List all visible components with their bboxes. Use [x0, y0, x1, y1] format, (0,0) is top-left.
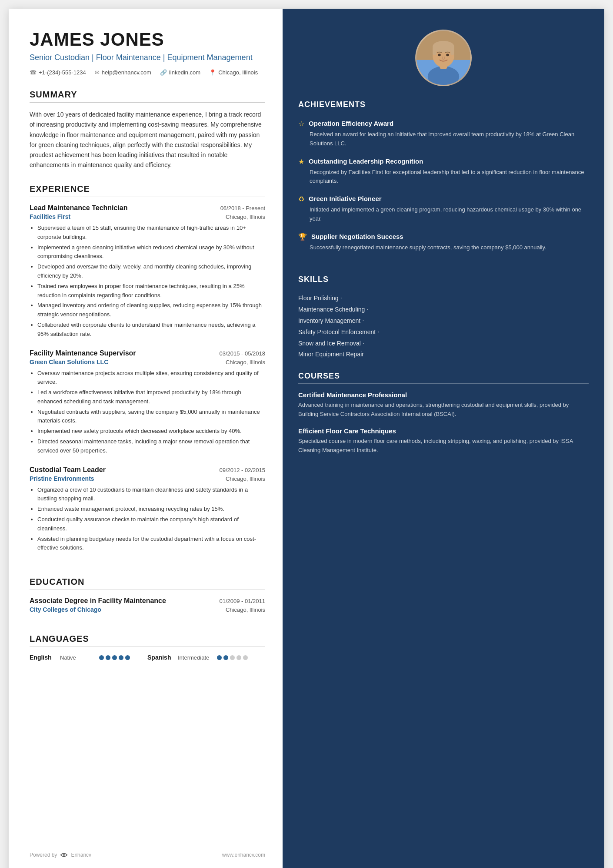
star-filled-icon: ★ — [298, 158, 304, 166]
avatar — [415, 30, 472, 86]
exp-entry-2: Facility Maintenance Supervisor 03/2015 … — [30, 349, 265, 456]
phone-icon: ☎ — [30, 69, 37, 76]
candidate-name: JAMES JONES — [30, 30, 265, 50]
lang-spanish: Spanish Intermediate — [147, 654, 248, 661]
powered-by-text: Powered by — [30, 852, 57, 858]
achievement-3: ♻ Green Initiative Pioneer Initiated and… — [298, 194, 589, 224]
skill-floor-polishing: Floor Polishing · — [298, 294, 589, 302]
lang-dot — [112, 655, 117, 660]
skill-bullet: · — [362, 317, 364, 325]
exp-loc-2: Chicago, Illinois — [226, 359, 265, 365]
star-outline-icon: ☆ — [298, 120, 304, 128]
exp-header-1: Lead Maintenance Technician 06/2018 - Pr… — [30, 204, 265, 212]
recycle-icon: ♻ — [298, 195, 304, 203]
avatar-container — [298, 30, 589, 86]
email-icon: ✉ — [95, 69, 100, 76]
lang-english: English Native — [30, 654, 130, 661]
lang-dot — [243, 655, 248, 660]
brand-name: Enhancv — [71, 852, 91, 858]
skills-title: SKILLS — [298, 275, 589, 287]
list-item: Managed inventory and ordering of cleani… — [37, 301, 265, 319]
achievement-title-2: Outstanding Leadership Recognition — [309, 157, 423, 166]
exp-bullets-3: Organized a crew of 10 custodians to mai… — [30, 486, 265, 553]
lang-dot — [237, 655, 241, 660]
skill-safety-protocol: Safety Protocol Enforcement · — [298, 328, 589, 336]
exp-dates-1: 06/2018 - Present — [220, 205, 265, 211]
achievement-desc-4: Successfully renegotiated maintenance su… — [310, 243, 589, 252]
enhancv-logo-icon — [60, 851, 68, 859]
svg-rect-7 — [450, 47, 454, 55]
achievement-header-2: ★ Outstanding Leadership Recognition — [298, 157, 589, 166]
header: JAMES JONES Senior Custodian | Floor Mai… — [30, 30, 265, 76]
svg-rect-6 — [433, 47, 436, 55]
lang-dot — [125, 655, 130, 660]
svg-point-8 — [438, 54, 441, 56]
list-item: Enhanced waste management protocol, incr… — [37, 505, 265, 514]
lang-dots-spanish — [217, 655, 248, 660]
skill-name: Snow and Ice Removal — [298, 340, 361, 347]
lang-dot — [106, 655, 110, 660]
exp-header-2: Facility Maintenance Supervisor 03/2015 … — [30, 349, 265, 357]
achievement-title-1: Operation Efficiency Award — [309, 119, 393, 128]
phone-item: ☎ +1-(234)-555-1234 — [30, 69, 86, 76]
course-desc-1: Advanced training in maintenance and ope… — [298, 401, 589, 419]
trophy-icon: 🏆 — [298, 233, 307, 241]
achievement-desc-2: Recognized by Facilities First for excep… — [310, 168, 589, 186]
skill-name: Minor Equipment Repair — [298, 351, 364, 358]
education-title: EDUCATION — [30, 577, 265, 590]
achievement-header-4: 🏆 Supplier Negotiation Success — [298, 232, 589, 241]
experience-section: EXPERIENCE Lead Maintenance Technician 0… — [30, 184, 265, 563]
skill-inventory-management: Inventory Management · — [298, 317, 589, 325]
exp-job-title-3: Custodial Team Leader — [30, 466, 106, 474]
skill-name: Safety Protocol Enforcement — [298, 328, 376, 335]
list-item: Conducted quality assurance checks to ma… — [37, 515, 265, 533]
lang-name-spanish: Spanish — [147, 654, 173, 661]
exp-company-row-2: Green Clean Solutions LLC Chicago, Illin… — [30, 359, 265, 365]
lang-level-spanish: Intermediate — [178, 654, 213, 661]
location-text: Chicago, Illinois — [218, 69, 258, 76]
svg-point-9 — [446, 54, 449, 56]
exp-bullets-1: Supervised a team of 15 staff, ensuring … — [30, 224, 265, 339]
education-section: EDUCATION Associate Degree in Facility M… — [30, 577, 265, 620]
skill-bullet: · — [363, 339, 364, 347]
resume-wrapper: JAMES JONES Senior Custodian | Floor Mai… — [9, 9, 604, 868]
exp-header-3: Custodial Team Leader 09/2012 - 02/2015 — [30, 466, 265, 474]
exp-entry-1: Lead Maintenance Technician 06/2018 - Pr… — [30, 204, 265, 339]
avatar-svg — [416, 31, 470, 85]
languages-title: LANGUAGES — [30, 634, 265, 647]
course-title-1: Certified Maintenance Professional — [298, 391, 589, 399]
skills-section: SKILLS Floor Polishing · Maintenance Sch… — [298, 275, 589, 358]
skill-bullet: · — [340, 294, 342, 302]
lang-dot — [230, 655, 235, 660]
linkedin-text: linkedin.com — [169, 69, 200, 76]
footer: Powered by Enhancv www.enhancv.com — [30, 838, 265, 859]
achievement-1: ☆ Operation Efficiency Award Received an… — [298, 119, 589, 148]
email-text: help@enhancv.com — [102, 69, 151, 76]
course-1: Certified Maintenance Professional Advan… — [298, 391, 589, 419]
list-item: Implemented a green cleaning initiative … — [37, 243, 265, 261]
exp-dates-3: 09/2012 - 02/2015 — [219, 467, 265, 473]
achievement-header-1: ☆ Operation Efficiency Award — [298, 119, 589, 128]
candidate-title: Senior Custodian | Floor Maintenance | E… — [30, 52, 265, 63]
location-icon: 📍 — [209, 69, 216, 76]
website-text: www.enhancv.com — [222, 852, 265, 858]
list-item: Oversaw maintenance projects across mult… — [37, 369, 265, 387]
edu-school-row-1: City Colleges of Chicago Chicago, Illino… — [30, 606, 265, 613]
achievement-header-3: ♻ Green Initiative Pioneer — [298, 194, 589, 203]
achievement-4: 🏆 Supplier Negotiation Success Successfu… — [298, 232, 589, 252]
list-item: Led a workforce effectiveness initiative… — [37, 388, 265, 406]
exp-company-row-3: Pristine Environments Chicago, Illinois — [30, 475, 265, 482]
experience-title: EXPERIENCE — [30, 184, 265, 197]
course-title-2: Efficient Floor Care Techniques — [298, 427, 589, 436]
exp-company-row-1: Facilities First Chicago, Illinois — [30, 213, 265, 220]
lang-row: English Native Spanish Intermediate — [30, 654, 265, 661]
achievement-desc-1: Received an award for leading an initiat… — [310, 130, 589, 148]
skill-name: Inventory Management — [298, 317, 360, 324]
courses-section: COURSES Certified Maintenance Profession… — [298, 372, 589, 463]
lang-dot — [99, 655, 104, 660]
courses-title: COURSES — [298, 372, 589, 384]
exp-loc-3: Chicago, Illinois — [226, 476, 265, 482]
exp-entry-3: Custodial Team Leader 09/2012 - 02/2015 … — [30, 466, 265, 553]
exp-job-title-1: Lead Maintenance Technician — [30, 204, 128, 212]
exp-company-1: Facilities First — [30, 213, 70, 220]
